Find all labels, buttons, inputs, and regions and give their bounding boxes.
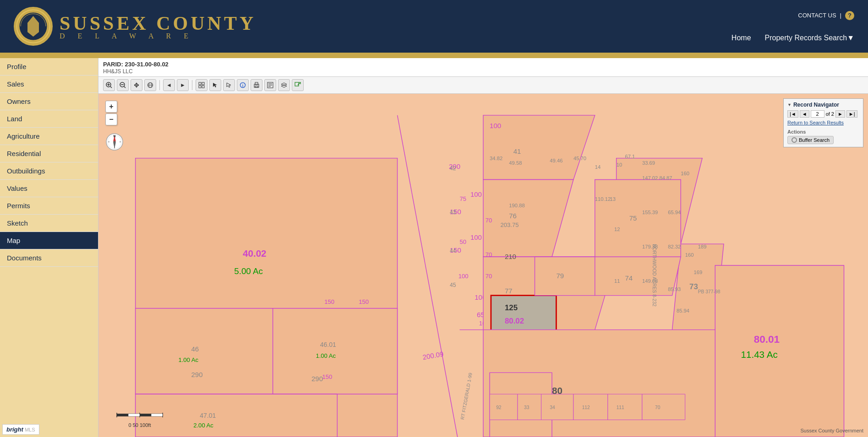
svg-line-9 [124, 86, 126, 88]
nav-last-btn[interactable]: ►| [846, 110, 857, 118]
zoom-in-tool[interactable] [103, 79, 115, 91]
svg-rect-161 [140, 414, 151, 416]
svg-text:79: 79 [556, 272, 564, 280]
svg-rect-162 [151, 414, 163, 416]
grid-tool[interactable] [196, 79, 207, 91]
sidebar-item-sales[interactable]: Sales [0, 76, 98, 93]
svg-rect-22 [255, 86, 258, 87]
zoom-in-btn[interactable]: + [105, 101, 117, 113]
tool-sep-1 [159, 80, 160, 90]
svg-marker-59 [535, 257, 595, 295]
header-right: CONTACT US | ? Home Property Records Sea… [732, 11, 854, 42]
sidebar-item-permits[interactable]: Permits [0, 197, 98, 215]
svg-text:76: 76 [509, 212, 517, 220]
compass: N [105, 133, 124, 151]
sidebar-item-outbuildings[interactable]: Outbuildings [0, 162, 98, 180]
svg-text:75: 75 [459, 195, 466, 202]
return-to-search-link[interactable]: Return to Search Results [787, 120, 859, 125]
parid-row: PARID: 230-31.00-80.02 [103, 60, 863, 68]
sidebar-item-land[interactable]: Land [0, 110, 98, 128]
svg-text:45: 45 [450, 282, 456, 288]
svg-text:85.94: 85.94 [677, 308, 689, 313]
contact-link[interactable]: CONTACT US [798, 12, 836, 19]
county-seal: 1683 [14, 7, 53, 46]
nav-total-label: 2 [831, 111, 834, 117]
sidebar-item-map[interactable]: Map [0, 232, 98, 249]
map-container[interactable]: 40.02 5.00 Ac 200.09 165 S 41 100 100 10… [98, 94, 868, 437]
nav-current-input[interactable] [811, 110, 824, 118]
select-tool[interactable] [209, 79, 221, 91]
zoom-out-btn[interactable]: − [105, 113, 117, 125]
sidebar-item-residential[interactable]: Residential [0, 145, 98, 162]
svg-marker-139 [573, 394, 608, 420]
layers-tool[interactable] [278, 79, 290, 91]
next-tool[interactable]: ► [177, 79, 189, 91]
svg-text:189: 189 [698, 244, 707, 249]
svg-text:149.68: 149.68 [642, 278, 658, 284]
help-icon[interactable]: ? [845, 11, 854, 20]
svg-rect-160 [128, 414, 140, 416]
svg-text:PB 377-98: PB 377-98 [698, 289, 721, 294]
buffer-search-btn[interactable]: Buffer Search [787, 136, 834, 144]
identify-tool[interactable] [223, 79, 235, 91]
svg-text:45.70: 45.70 [573, 156, 586, 161]
svg-line-30 [298, 82, 300, 85]
svg-text:11: 11 [614, 278, 620, 284]
svg-text:75: 75 [629, 214, 637, 222]
svg-text:155.39: 155.39 [642, 210, 658, 215]
sidebar-item-profile[interactable]: Profile [0, 58, 98, 76]
svg-marker-78 [136, 308, 273, 394]
owner-name: HH&JS LLC [103, 68, 863, 75]
svg-line-5 [110, 86, 112, 88]
record-navigator-label: Record Navigator [793, 102, 839, 108]
sidebar-item-documents[interactable]: Documents [0, 249, 98, 267]
svg-text:12: 12 [614, 227, 620, 232]
svg-text:290: 290 [311, 375, 323, 383]
svg-text:150: 150 [359, 298, 369, 305]
svg-marker-28 [281, 85, 287, 87]
svg-marker-143 [642, 394, 685, 420]
svg-text:92: 92 [496, 405, 502, 410]
svg-text:70: 70 [655, 405, 661, 410]
buffer-search-label: Buffer Search [799, 137, 830, 143]
gold-bar [0, 53, 868, 58]
svg-text:110.12: 110.12 [595, 196, 611, 202]
svg-text:84.87: 84.87 [659, 175, 672, 181]
info-bar: PARID: 230-31.00-80.02 HH&JS LLC [98, 58, 868, 77]
nav-first-btn[interactable]: |◄ [787, 110, 798, 118]
info-tool[interactable]: i [237, 79, 249, 91]
svg-marker-135 [518, 394, 541, 420]
svg-text:33: 33 [524, 405, 530, 410]
svg-text:100: 100 [490, 122, 501, 129]
header: 1683 SUSSEX COUNTY D E L A W A R E CONTA… [0, 0, 868, 53]
svg-marker-137 [541, 394, 573, 420]
nav-next-btn[interactable]: ► [835, 110, 845, 118]
nav-prev-btn[interactable]: ◄ [800, 110, 809, 118]
svg-text:147.02: 147.02 [642, 175, 658, 181]
toolbar: ◄ ► i [98, 77, 868, 94]
svg-text:85.93: 85.93 [668, 286, 681, 292]
svg-text:40.02: 40.02 [243, 248, 267, 259]
pan-tool[interactable] [131, 79, 142, 91]
svg-marker-54 [491, 296, 557, 334]
export-tool[interactable] [292, 79, 304, 91]
zoom-out-tool[interactable] [117, 79, 129, 91]
parid-value: 230-31.00-80.02 [125, 61, 168, 68]
print-tool[interactable] [251, 79, 262, 91]
sidebar-item-sketch[interactable]: Sketch [0, 215, 98, 232]
prev-tool[interactable]: ◄ [163, 79, 175, 91]
print2-tool[interactable] [264, 79, 276, 91]
nav-property-records[interactable]: Property Records Search▼ [765, 34, 854, 42]
svg-text:14: 14 [595, 164, 601, 170]
sidebar-item-agriculture[interactable]: Agriculture [0, 128, 98, 145]
nav-home[interactable]: Home [732, 34, 751, 42]
parid-label: PARID: [103, 61, 125, 68]
svg-text:NORTHWOOD ACRES 8-232: NORTHWOOD ACRES 8-232 [652, 244, 657, 307]
svg-text:49.58: 49.58 [509, 160, 522, 166]
record-navigator-title: ▼ Record Navigator [787, 102, 859, 108]
sidebar-item-owners[interactable]: Owners [0, 93, 98, 110]
svg-text:80.01: 80.01 [754, 334, 780, 345]
globe-tool[interactable] [144, 79, 156, 91]
svg-text:290: 290 [191, 371, 203, 378]
sidebar-item-values[interactable]: Values [0, 180, 98, 197]
